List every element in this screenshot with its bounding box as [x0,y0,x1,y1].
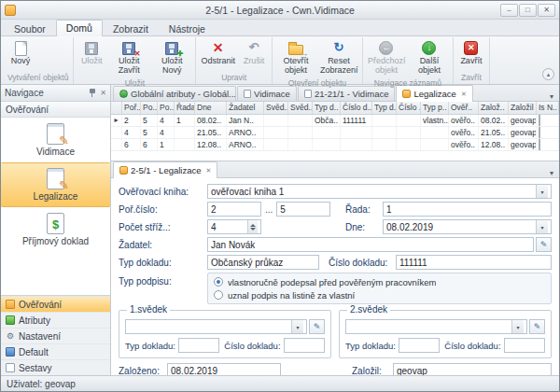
grid-column-header[interactable]: Číslo .. [397,102,421,114]
grid-column-header[interactable]: Poř.. [122,102,141,114]
tab-list-dropdown-icon[interactable]: ▾ [546,169,557,177]
grid-column-header[interactable]: Is N.. [537,102,559,114]
ribbon-collapse-icon[interactable]: ▴ [542,68,554,80]
svedek2-combo[interactable]: ▾ [345,319,527,334]
ribbon-tab-nastroje[interactable]: Nástroje [159,21,216,35]
panel-close-icon[interactable]: ✕ [100,89,106,97]
ribbon-tab-zobrazit[interactable]: Zobrazit [103,21,159,35]
grid-column-header[interactable]: Typ d.. [372,102,397,114]
sidebar-item-legalizace[interactable]: Legalizace [1,162,110,207]
grid-column-header[interactable]: Typ p.. [421,102,449,114]
radio-option-vlastnorucne[interactable]: vlastnoručně podepsal před pověřeným pra… [214,275,545,288]
chevron-down-icon[interactable]: ▾ [536,220,548,233]
grid-column-header[interactable]: Řada [175,102,195,114]
ribbon-group-navigace: ← Předchozí objekt ↓ Další objekt Naviga… [363,37,454,84]
legalizace-icon [402,90,411,98]
save-button[interactable]: Uložit [76,37,107,69]
grid-column-header[interactable]: Ověř.. [449,102,479,114]
grid-row[interactable]: ▸ 2 5 4 1 08.02.. Jan N.. Obča.. 111111 … [111,115,559,127]
edit-pencil-icon[interactable]: ✎ [529,319,545,334]
ribbon-tab-domu[interactable]: Domů [56,20,103,36]
por-cislo-from-field[interactable]: 2 [207,202,261,217]
grid-column-header[interactable]: Svěd.. [288,102,313,114]
typ-dokladu-field[interactable]: Občanský průkaz [207,255,319,270]
tab-list-dropdown-icon[interactable]: ▾ [546,92,557,101]
close-view-button[interactable]: ✕ Zavřít [455,37,487,69]
new-button[interactable]: Nový [5,37,36,69]
typ-dokladu-label: Typ dokladu: [119,258,207,268]
save-icon [85,40,98,56]
radio-option-uznal[interactable]: uznal podpis na listině za vlastní [214,288,545,301]
grid-column-header[interactable]: Číslo d.. [341,102,372,114]
sidebar-item-overovani[interactable]: Ověřování [1,296,110,312]
spinner-icon[interactable] [247,220,258,233]
por-cislo-to-field[interactable]: 5 [276,202,330,217]
pin-icon[interactable] [89,89,96,98]
sidebar-item-vidimace[interactable]: Vidimace [1,118,110,162]
open-object-button[interactable]: → Otevřít objekt [274,37,317,78]
sidebar-bottom-nav: Ověřování Atributy ⚙ Nastavení Default [1,295,110,375]
range-separator: ... [261,204,276,215]
sidebar-item-nastaveni[interactable]: ⚙ Nastavení [1,328,110,343]
svedek2-cislo-dokladu-field[interactable] [504,338,545,353]
detail-form: Ověřovací kniha: ověřovací kniha 1 ▾ Poř… [111,178,559,375]
money-receipt-icon [47,213,64,234]
grid-column-header[interactable]: Dne [195,102,227,114]
svedek2-typ-dokladu-field[interactable] [399,338,440,353]
sidebar-item-default[interactable]: Default [1,343,110,359]
maximize-button[interactable]: □ [519,4,537,17]
grid-column-header[interactable]: Svěd.. [264,102,288,114]
save-new-button[interactable]: ✚ Uložit Nový [150,37,193,78]
save-close-button[interactable]: ✕ Uložit Zavřít [107,37,150,78]
rada-field[interactable]: 1 [383,202,552,217]
detail-tab[interactable]: 2-5/1 - Legalizace ✕ [113,161,217,178]
close-button[interactable]: ✕ [538,4,555,17]
pocet-label: Počet stříž..: [119,222,207,232]
undo-button[interactable]: ↶ Zrušit [238,37,270,69]
grid-column-header[interactable]: Založ.. [479,102,509,114]
chevron-down-icon[interactable]: ▾ [291,320,303,333]
sidebar-item-sestavy[interactable]: Sestavy [1,359,110,375]
next-object-button[interactable]: ↓ Další objekt [408,37,451,78]
grid-column-header[interactable]: Žadatel [227,102,264,114]
navigation-panel-header: Navigace ✕ [1,85,110,102]
tab-close-icon[interactable]: ✕ [461,91,467,98]
ribbon-group-label: Vytváření objektů [5,73,71,84]
grid-column-header[interactable]: Po.. [158,102,175,114]
reset-view-button[interactable]: ↻ Reset Zobrazení [317,37,360,78]
tab-globalni-atributy[interactable]: Globální atributy - Globál... [113,86,236,101]
zalozil-field[interactable]: geovap [393,363,552,375]
svedek1-groupbox: 1.svědek ▾ ✎ Typ dokladu: [119,310,331,358]
svedek1-typ-dokladu-field[interactable] [178,338,219,353]
minimize-button[interactable]: – [500,4,518,17]
previous-object-button[interactable]: ← Předchozí objekt [365,37,408,78]
grid-row[interactable]: 6 6 1 12.08.. ARNO.. ověřo.. 12.08.. geo… [111,139,559,151]
delete-button[interactable]: ✕ Odstranit [198,37,238,69]
zadatel-field[interactable]: Jan Novák [207,237,534,252]
zalozeno-field[interactable]: 08.02.2019 [167,363,281,375]
sidebar-item-atributy[interactable]: Atributy [1,312,110,328]
edit-pencil-icon[interactable]: ✎ [309,319,325,334]
grid-column-header[interactable]: Založil [509,102,537,114]
row-checkbox[interactable] [539,139,540,150]
tab-vidimace[interactable]: Vidimace [237,86,297,101]
grid-row[interactable]: 4 5 4 21.05.. ARNO.. ověřo.. 21.05.. geo… [111,127,559,139]
tab-21-21-vidimace[interactable]: 21-21/1 - Vidimace [298,86,396,101]
edit-pencil-icon[interactable]: ✎ [536,237,552,252]
sidebar-item-prijmovy-doklad[interactable]: Příjmový doklad [1,207,110,252]
dne-field[interactable]: 08.02.2019 ▾ [383,219,552,234]
grid-column-header[interactable]: Po.. [141,102,158,114]
pocet-field[interactable]: 4 [207,219,261,234]
overovaci-kniha-combo[interactable]: ověřovací kniha 1 ▾ [207,184,552,199]
grid-column-header[interactable]: Typ d.. [313,102,341,114]
chevron-down-icon[interactable]: ▾ [536,185,548,198]
row-checkbox[interactable] [539,127,540,138]
svedek1-combo[interactable]: ▾ [125,319,307,334]
svedek1-cislo-dokladu-field[interactable] [284,338,325,353]
detail-tab-bar: 2-5/1 - Legalizace ✕ ▾ [111,161,559,178]
cislo-dokladu-field[interactable]: 111111 [396,255,552,270]
row-checkbox[interactable] [539,115,540,126]
chevron-down-icon[interactable]: ▾ [511,320,524,333]
tab-close-icon[interactable]: ✕ [206,167,212,175]
ribbon-tab-soubor[interactable]: Soubor [4,21,56,35]
